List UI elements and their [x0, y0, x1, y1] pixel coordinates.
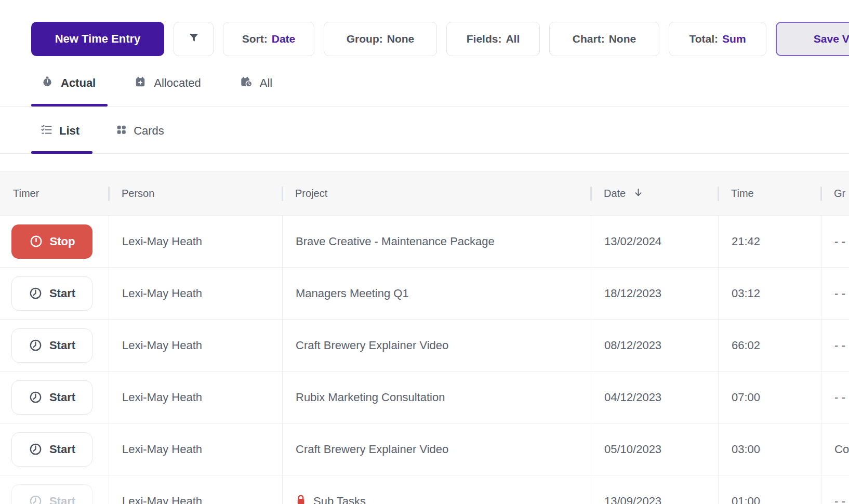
- tab-all[interactable]: All: [230, 70, 284, 97]
- sort-value: Date: [272, 33, 296, 45]
- group-cell[interactable]: - -: [821, 475, 849, 504]
- group-cell[interactable]: Co: [821, 423, 849, 475]
- project-cell[interactable]: Managers Meeting Q1: [282, 268, 591, 319]
- group-cell[interactable]: - -: [821, 320, 849, 371]
- stop-timer-button[interactable]: Stop: [11, 224, 92, 259]
- sort-prefix: Sort:: [242, 33, 268, 45]
- stop-button-label: Stop: [50, 235, 75, 248]
- date-cell[interactable]: 08/12/2023: [591, 320, 718, 371]
- view-tabs-divider: [0, 106, 849, 107]
- group-cell[interactable]: - -: [821, 372, 849, 423]
- calendar-plus-icon: [135, 76, 146, 90]
- tab-actual[interactable]: Actual: [31, 70, 107, 97]
- calendar-clock-icon: [240, 76, 252, 90]
- group-value: - -: [834, 339, 845, 352]
- time-cell[interactable]: 01:00: [718, 475, 821, 504]
- group-button[interactable]: Group: None: [324, 22, 437, 56]
- active-layout-tab-underline: [31, 151, 92, 154]
- project-cell[interactable]: Sub Tasks: [282, 475, 591, 504]
- group-value: Co: [834, 443, 849, 456]
- person-cell[interactable]: Lexi-May Heath: [109, 423, 282, 475]
- sort-button[interactable]: Sort: Date: [223, 22, 314, 56]
- start-timer-button[interactable]: Start: [11, 380, 92, 415]
- column-header-person[interactable]: Person: [109, 188, 282, 200]
- time-cell[interactable]: 03:12: [718, 268, 821, 319]
- time-tracking-page: New Time Entry Sort: Date Group: None Fi…: [0, 0, 849, 504]
- group-cell[interactable]: - -: [821, 216, 849, 267]
- filter-button[interactable]: [174, 22, 214, 56]
- tab-list[interactable]: List: [31, 118, 91, 143]
- total-button[interactable]: Total: Sum: [669, 22, 766, 56]
- project-value: Brave Creative - Maintenance Package: [296, 235, 495, 248]
- table-header: Timer Person Project Date Time Gr: [0, 171, 849, 215]
- save-view-button[interactable]: Save Vi: [776, 22, 849, 56]
- project-value: Managers Meeting Q1: [296, 287, 409, 300]
- time-value: 21:42: [732, 235, 760, 248]
- tab-cards[interactable]: Cards: [107, 118, 176, 143]
- tab-actual-label: Actual: [61, 76, 96, 90]
- column-header-date-label: Date: [604, 188, 626, 200]
- column-header-group-label: Gr: [834, 188, 845, 200]
- column-header-project[interactable]: Project: [282, 188, 591, 200]
- active-view-tab-underline: [31, 104, 108, 107]
- date-value: 04/12/2023: [604, 391, 661, 404]
- column-header-time-label: Time: [731, 188, 754, 200]
- start-timer-button[interactable]: Start: [11, 328, 92, 363]
- group-cell[interactable]: - -: [821, 268, 849, 319]
- date-cell[interactable]: 18/12/2023: [591, 268, 718, 319]
- column-header-person-label: Person: [122, 188, 154, 200]
- project-cell[interactable]: Rubix Marketing Consultation: [282, 372, 591, 423]
- time-cell[interactable]: 07:00: [718, 372, 821, 423]
- person-cell[interactable]: Lexi-May Heath: [109, 268, 282, 319]
- time-cell[interactable]: 03:00: [718, 423, 821, 475]
- total-prefix: Total:: [689, 33, 718, 45]
- column-header-date[interactable]: Date: [591, 187, 718, 201]
- project-value: Craft Brewery Explainer Video: [296, 339, 448, 352]
- time-cell[interactable]: 21:42: [718, 216, 821, 267]
- date-cell[interactable]: 05/10/2023: [591, 423, 718, 475]
- start-timer-button[interactable]: Start: [11, 276, 92, 311]
- table-row: Start Lexi-May Heath Rubix Marketing Con…: [0, 371, 849, 423]
- project-value: Rubix Marketing Consultation: [296, 391, 445, 404]
- tab-cards-label: Cards: [134, 124, 164, 138]
- chart-value: None: [609, 33, 636, 45]
- column-header-timer[interactable]: Timer: [0, 188, 109, 200]
- project-cell[interactable]: Craft Brewery Explainer Video: [282, 320, 591, 371]
- project-cell[interactable]: Craft Brewery Explainer Video: [282, 423, 591, 475]
- person-value: Lexi-May Heath: [122, 495, 202, 504]
- column-header-group[interactable]: Gr: [821, 188, 849, 200]
- group-value: - -: [834, 391, 845, 404]
- tab-all-label: All: [260, 76, 272, 90]
- new-time-entry-button[interactable]: New Time Entry: [31, 22, 164, 56]
- funnel-icon: [188, 32, 200, 47]
- group-value: None: [387, 33, 415, 45]
- time-value: 07:00: [732, 391, 760, 404]
- date-value: 13/09/2023: [604, 495, 661, 504]
- lock-icon: [296, 494, 306, 504]
- stopwatch-icon: [42, 76, 53, 90]
- chart-button[interactable]: Chart: None: [549, 22, 659, 56]
- date-cell[interactable]: 13/09/2023: [591, 475, 718, 504]
- cards-grid-icon: [116, 124, 127, 138]
- time-value: 01:00: [732, 495, 760, 504]
- project-cell[interactable]: Brave Creative - Maintenance Package: [282, 216, 591, 267]
- person-cell[interactable]: Lexi-May Heath: [109, 216, 282, 267]
- chart-prefix: Chart:: [573, 33, 605, 45]
- date-value: 18/12/2023: [604, 287, 661, 300]
- column-header-time[interactable]: Time: [718, 188, 821, 200]
- person-cell[interactable]: Lexi-May Heath: [109, 475, 282, 504]
- start-timer-button-disabled[interactable]: Start: [11, 484, 92, 504]
- date-cell[interactable]: 13/02/2024: [591, 216, 718, 267]
- tab-allocated[interactable]: Allocated: [124, 70, 213, 97]
- fields-button[interactable]: Fields: All: [446, 22, 540, 56]
- start-timer-button[interactable]: Start: [11, 432, 92, 467]
- time-cell[interactable]: 66:02: [718, 320, 821, 371]
- person-value: Lexi-May Heath: [122, 443, 202, 456]
- time-value: 03:00: [732, 443, 760, 456]
- date-cell[interactable]: 04/12/2023: [591, 372, 718, 423]
- person-cell[interactable]: Lexi-May Heath: [109, 372, 282, 423]
- fields-value: All: [506, 33, 520, 45]
- tab-list-label: List: [59, 124, 79, 138]
- table-row: Start Lexi-May Heath Sub Tasks 13/09/202…: [0, 475, 849, 504]
- person-cell[interactable]: Lexi-May Heath: [109, 320, 282, 371]
